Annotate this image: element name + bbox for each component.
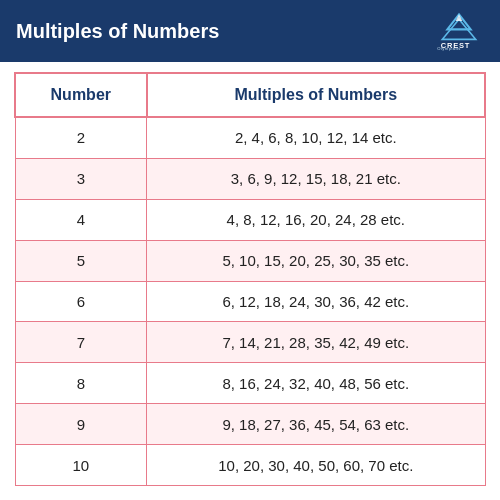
table-row: 55, 10, 15, 20, 25, 30, 35 etc.	[15, 240, 485, 281]
cell-multiples: 2, 4, 6, 8, 10, 12, 14 etc.	[147, 117, 485, 158]
table-row: 77, 14, 21, 28, 35, 42, 49 etc.	[15, 322, 485, 363]
table-container: Number Multiples of Numbers 22, 4, 6, 8,…	[0, 62, 500, 500]
table-row: 1010, 20, 30, 40, 50, 60, 70 etc.	[15, 445, 485, 486]
col-header-number: Number	[15, 73, 147, 117]
page-title: Multiples of Numbers	[16, 20, 219, 43]
table-row: 66, 12, 18, 24, 30, 36, 42 etc.	[15, 281, 485, 322]
crest-logo-icon: CREST Olympiads	[434, 11, 484, 51]
cell-multiples: 4, 8, 12, 16, 20, 24, 28 etc.	[147, 199, 485, 240]
table-row: 88, 16, 24, 32, 40, 48, 56 etc.	[15, 363, 485, 404]
cell-number: 8	[15, 363, 147, 404]
cell-number: 3	[15, 158, 147, 199]
cell-multiples: 6, 12, 18, 24, 30, 36, 42 etc.	[147, 281, 485, 322]
page-header: Multiples of Numbers CREST Olympiads	[0, 0, 500, 62]
cell-number: 4	[15, 199, 147, 240]
cell-number: 5	[15, 240, 147, 281]
cell-number: 6	[15, 281, 147, 322]
multiples-table: Number Multiples of Numbers 22, 4, 6, 8,…	[14, 72, 486, 486]
cell-number: 7	[15, 322, 147, 363]
cell-number: 9	[15, 404, 147, 445]
table-row: 99, 18, 27, 36, 45, 54, 63 etc.	[15, 404, 485, 445]
table-row: 44, 8, 12, 16, 20, 24, 28 etc.	[15, 199, 485, 240]
cell-multiples: 9, 18, 27, 36, 45, 54, 63 etc.	[147, 404, 485, 445]
cell-multiples: 5, 10, 15, 20, 25, 30, 35 etc.	[147, 240, 485, 281]
cell-multiples: 3, 6, 9, 12, 15, 18, 21 etc.	[147, 158, 485, 199]
table-row: 22, 4, 6, 8, 10, 12, 14 etc.	[15, 117, 485, 158]
col-header-multiples: Multiples of Numbers	[147, 73, 485, 117]
cell-multiples: 10, 20, 30, 40, 50, 60, 70 etc.	[147, 445, 485, 486]
cell-number: 10	[15, 445, 147, 486]
svg-text:Olympiads: Olympiads	[437, 46, 460, 51]
table-row: 33, 6, 9, 12, 15, 18, 21 etc.	[15, 158, 485, 199]
cell-number: 2	[15, 117, 147, 158]
cell-multiples: 8, 16, 24, 32, 40, 48, 56 etc.	[147, 363, 485, 404]
cell-multiples: 7, 14, 21, 28, 35, 42, 49 etc.	[147, 322, 485, 363]
logo: CREST Olympiads	[434, 11, 484, 51]
